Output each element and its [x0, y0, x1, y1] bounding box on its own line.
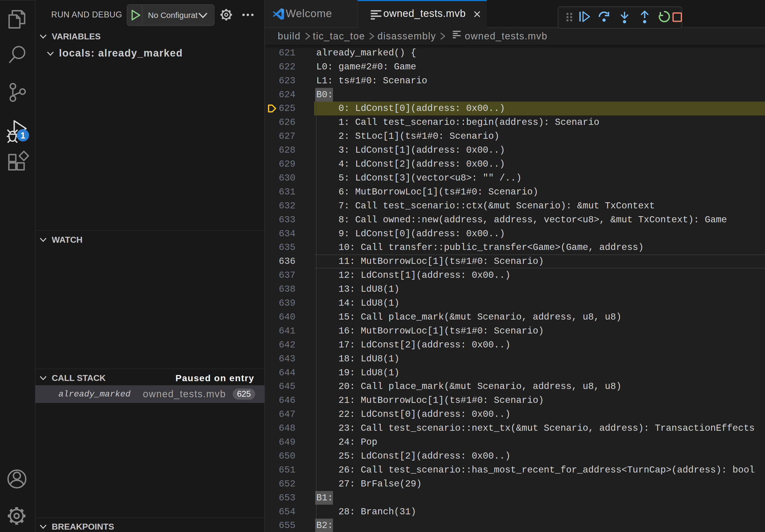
svg-text:1: 1: [20, 131, 25, 140]
